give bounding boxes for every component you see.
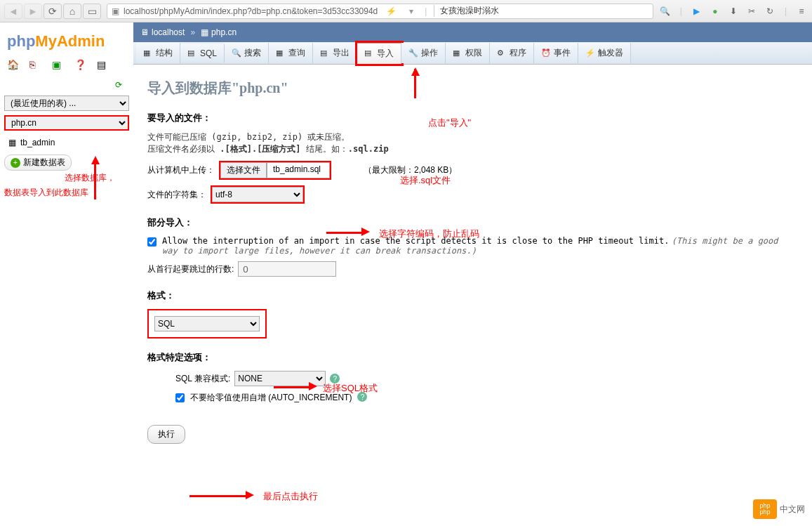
tab-routines[interactable]: ⚙程序 [490, 43, 534, 63]
section-format: 格式： [147, 289, 798, 302]
dropdown-icon: ▾ [409, 6, 413, 16]
home-button[interactable]: ⌂ [63, 4, 81, 19]
structure-icon: ▦ [143, 48, 153, 58]
tab-import[interactable]: ▤导入 [357, 43, 401, 64]
browser-tab-2[interactable]: 女孩泡澡时溺水 [434, 5, 505, 17]
max-limit-label: （最大限制：2,048 KB） [364, 164, 457, 176]
nav-buttons: ◄ ► ⟳ ⌂ ▭ [4, 4, 101, 19]
upload-row: 从计算机中上传： 选择文件 tb_admin.sql （最大限制：2,048 K… [147, 161, 798, 180]
sql-compat-row: SQL 兼容模式: NONE ? [175, 371, 798, 386]
help-icon[interactable]: ? [357, 392, 367, 402]
tab-search[interactable]: 🔍搜索 [225, 43, 269, 63]
section-file: 要导入的文件： [147, 112, 798, 124]
plus-icon: + [11, 158, 20, 168]
reload-icon[interactable]: ⟳ [115, 80, 122, 90]
routines-icon: ⚙ [497, 48, 507, 58]
browser-right-icons: 🔍 | ▶ ● ⬇ ✂ ↻ | ≡ [659, 5, 808, 18]
table-icon: ▦ [8, 138, 16, 147]
recent-tables-select[interactable]: (最近使用的表) ... [4, 96, 129, 111]
auto-increment-checkbox[interactable] [175, 393, 185, 402]
hint-compression: 文件可能已压缩 (gzip, bzip2, zip) 或未压缩。 [147, 131, 798, 143]
page-title: 导入到数据库"php.cn" [147, 79, 798, 98]
skip-rows-input[interactable] [238, 261, 336, 277]
table-name: tb_admin [20, 138, 55, 147]
tab-bar: ▦结构 ▤SQL 🔍搜索 ▦查询 ▤导出 ▤导入 🔧操作 ▦权限 ⚙程序 ⏰事件… [133, 42, 812, 65]
browser-toolbar: ◄ ► ⟳ ⌂ ▭ ▣ localhost/phpMyAdmin/index.p… [0, 0, 812, 22]
sidebar: phpMyAdmin 🏠 ⎘ ▣ ❓ ▤ ⟳ (最近使用的表) ... php.… [0, 22, 133, 526]
allow-interrupt-checkbox[interactable] [147, 237, 157, 246]
sql-compat-label: SQL 兼容模式: [175, 373, 230, 385]
operations-icon: 🔧 [408, 48, 418, 58]
sidebar-annotation-2: 数据表导入到此数据库 [4, 187, 129, 199]
arrow-annotation [274, 386, 309, 388]
url-bar[interactable]: ▣ localhost/phpMyAdmin/index.php?db=php.… [107, 4, 653, 19]
refresh-button[interactable]: ⟳ [44, 4, 62, 19]
arrow-annotation [326, 232, 361, 234]
settings-icon[interactable]: ▤ [97, 59, 109, 72]
watermark-logo: phpphp [753, 499, 777, 519]
watermark-text: 中文网 [780, 504, 805, 515]
arrow-annotation [309, 382, 317, 390]
tab-structure[interactable]: ▦结构 [136, 43, 180, 63]
chosen-file-name: tb_admin.sql [267, 162, 330, 178]
phpmyadmin-logo: phpMyAdmin [7, 32, 129, 51]
tab-export[interactable]: ▤导出 [313, 43, 357, 63]
cut-icon[interactable]: ✂ [745, 5, 758, 18]
new-table-button[interactable]: + 新建数据表 [4, 154, 72, 171]
export-icon: ▤ [320, 48, 330, 58]
breadcrumb-db[interactable]: ▦ php.cn [201, 27, 237, 37]
auto-increment-label: 不要给零值使用自增 (AUTO_INCREMENT) [190, 392, 352, 404]
forward-button[interactable]: ► [24, 4, 42, 19]
charset-select[interactable]: utf-8 [212, 187, 303, 202]
query-icon: ▦ [276, 48, 286, 58]
play-icon[interactable]: ▶ [691, 5, 703, 18]
menu-icon[interactable]: ≡ [795, 5, 808, 18]
events-icon: ⏰ [541, 48, 551, 58]
download-icon[interactable]: ⬇ [727, 5, 740, 18]
skip-rows-label: 从首行起要跳过的行数: [147, 263, 234, 275]
search-icon: 🔍 [232, 48, 241, 58]
main-content: 🖥 localhost » ▦ php.cn ▦结构 ▤SQL 🔍搜索 ▦查询 … [133, 22, 812, 526]
home-icon[interactable]: 🏠 [7, 59, 20, 72]
choose-file-button[interactable]: 选择文件 [220, 162, 267, 178]
tab-triggers[interactable]: ⚡触发器 [578, 43, 631, 63]
breadcrumb-host[interactable]: 🖥 localhost [140, 27, 185, 37]
database-icon: ▦ [201, 27, 208, 37]
wechat-icon[interactable]: ● [709, 5, 721, 18]
skip-rows-row: 从首行起要跳过的行数: [147, 261, 798, 277]
help-icon[interactable]: ? [330, 374, 340, 383]
back-button[interactable]: ◄ [4, 4, 22, 19]
triggers-icon: ⚡ [585, 48, 595, 58]
readmode-button[interactable]: ▭ [83, 4, 101, 19]
sql-icon: ▤ [187, 48, 197, 58]
format-select[interactable]: SQL [154, 316, 260, 331]
breadcrumb: 🖥 localhost » ▦ php.cn [133, 22, 812, 42]
format-select-wrap: SQL [147, 309, 267, 338]
charset-label: 文件的字符集： [147, 189, 206, 201]
restore-icon[interactable]: ↻ [764, 5, 776, 18]
watermark: phpphp 中文网 [753, 499, 805, 519]
section-format-opts: 格式特定选项： [147, 351, 798, 364]
arrow-annotation [91, 156, 100, 164]
upload-label: 从计算机中上传： [147, 164, 215, 176]
privileges-icon: ▦ [453, 48, 462, 58]
server-icon: 🖥 [140, 27, 149, 37]
tab-events[interactable]: ⏰事件 [534, 43, 578, 63]
allow-interrupt-label: Allow the interruption of an import in c… [162, 236, 798, 256]
database-select[interactable]: php.cn [4, 115, 129, 131]
url-text: localhost/phpMyAdmin/index.php?db=php.cn… [124, 6, 378, 16]
execute-button[interactable]: 执行 [147, 425, 185, 444]
shield-icon: ▣ [112, 6, 119, 16]
tab-privileges[interactable]: ▦权限 [446, 43, 490, 63]
tab-sql[interactable]: ▤SQL [180, 44, 225, 63]
logout-icon[interactable]: ⎘ [29, 59, 42, 72]
tab-operations[interactable]: 🔧操作 [401, 43, 446, 63]
bolt-icon: ⚡ [386, 6, 397, 16]
docs-icon[interactable]: ❓ [74, 59, 87, 72]
tab-query[interactable]: ▦查询 [269, 43, 313, 63]
sql-icon[interactable]: ▣ [52, 59, 65, 72]
search-icon[interactable]: 🔍 [659, 5, 672, 18]
table-item-tbadmin[interactable]: ▦ tb_admin [4, 135, 129, 150]
auto-increment-row: 不要给零值使用自增 (AUTO_INCREMENT) ? [175, 392, 798, 404]
hint-filename: 压缩文件名必须以 .[格式].[压缩方式] 结尾。如：.sql.zip [147, 143, 798, 155]
